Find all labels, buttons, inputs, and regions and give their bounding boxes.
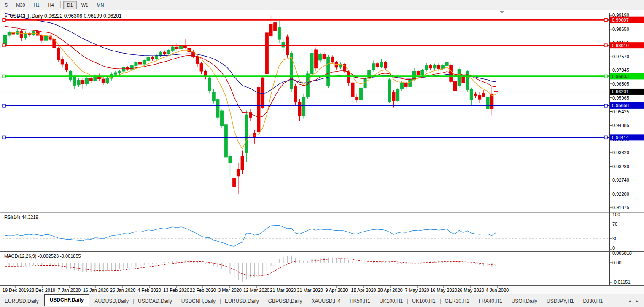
line-drag-handle[interactable]: [604, 19, 607, 22]
timeframe-button-w1[interactable]: W1: [78, 1, 92, 9]
candle-body: [429, 66, 432, 68]
price-tick-label: 0.92200: [612, 191, 629, 197]
candle-body: [163, 52, 166, 54]
tab-scroll-left-icon[interactable]: ◄: [628, 299, 632, 303]
line-drag-handle[interactable]: [604, 75, 607, 78]
candle-body: [433, 65, 436, 68]
chart-tab-usdjpy-h1[interactable]: USDJPY,H1: [542, 296, 578, 307]
chart-tab-eurusd-daily[interactable]: EURUSD,Daily: [220, 296, 264, 307]
candle-body: [139, 62, 142, 64]
tab-scroll-arrows: ◄►: [625, 299, 644, 307]
macd-tick-label: 0.00: [612, 260, 621, 265]
candle-body: [167, 50, 170, 54]
line-drag-handle[interactable]: [3, 75, 5, 78]
candle-body: [45, 36, 48, 40]
candle-body: [89, 78, 92, 81]
candle-body: [159, 52, 162, 55]
candle-body: [265, 33, 268, 74]
candle-body: [351, 83, 354, 97]
chart-tab-hk50-h1[interactable]: HK50,H1: [345, 296, 375, 307]
chart-tab-usoil-daily[interactable]: USOil,Daily: [507, 296, 542, 307]
candle-body: [175, 47, 178, 48]
price-tick-label: 0.93820: [612, 150, 629, 155]
candle-body: [409, 79, 412, 86]
candle-body: [298, 102, 301, 116]
candle-body: [40, 35, 43, 40]
date-tick-label: 7 Jan 2020: [58, 288, 81, 293]
line-drag-handle[interactable]: [604, 136, 607, 139]
chart-tab-usdcad-daily[interactable]: USDCAD,Daily: [133, 296, 177, 307]
line-drag-handle[interactable]: [3, 19, 5, 22]
timeframe-toolbar: 5M30H1H4D1W1MN: [0, 0, 644, 10]
date-tick-label: 13 Feb 2020: [163, 288, 189, 293]
chart-tab-uk100-h1[interactable]: UK100,H1: [407, 296, 440, 307]
price-tick-label: 0.95425: [612, 109, 629, 114]
candle-body: [302, 97, 305, 116]
candle-body: [278, 27, 280, 39]
candle-body: [454, 81, 457, 90]
candle-body: [384, 62, 387, 68]
candle-body: [274, 23, 277, 31]
chart-tab-dj30-h1[interactable]: DJ30,H1: [579, 296, 608, 307]
chart-canvas[interactable]: 0.991900.986500.981100.975700.970450.965…: [0, 10, 644, 294]
line-drag-handle[interactable]: [3, 104, 5, 107]
candle-body: [335, 62, 338, 67]
chart-tab-ger30-h1[interactable]: GER30,H1: [440, 296, 474, 307]
candle-body: [269, 24, 272, 36]
timeframe-button-5[interactable]: 5: [1, 1, 11, 9]
price-tick-label: 0.93280: [612, 164, 629, 169]
timeframe-button-d1[interactable]: D1: [63, 1, 77, 9]
date-tick-label: 21 Mar 2020: [270, 288, 296, 293]
candle-body: [245, 115, 248, 153]
line-drag-handle[interactable]: [3, 136, 5, 139]
candle-body: [388, 80, 391, 102]
chart-tab-eurusd-daily[interactable]: EURUSD,Daily: [0, 296, 43, 307]
price-tick-label: 0.97570: [612, 54, 629, 59]
line-drag-handle[interactable]: [3, 44, 5, 47]
price-badge-label: 0.96803: [612, 74, 629, 79]
candle-body: [73, 77, 76, 85]
candle-body: [147, 57, 150, 61]
chart-tab-usdcnh-daily[interactable]: USDCNH,Daily: [177, 296, 220, 307]
price-badge-label: 0.98010: [612, 43, 629, 48]
candle-body: [392, 92, 395, 101]
candle-body: [233, 178, 236, 187]
candle-body: [470, 89, 473, 100]
candle-body: [69, 71, 72, 79]
candle-body: [380, 62, 383, 67]
price-badge-label: 0.99007: [612, 17, 629, 22]
candle-body: [396, 89, 399, 100]
tab-scroll-right-icon[interactable]: ►: [635, 299, 639, 303]
candle-body: [143, 60, 146, 64]
chart-tab-xauusd-h4[interactable]: XAUUSD,H4: [307, 296, 345, 307]
candle-body: [81, 80, 84, 84]
candle-body: [196, 57, 199, 64]
chart-tab-gbpusd-daily[interactable]: GBPUSD,Daily: [264, 296, 307, 307]
price-tick-label: 0.91675: [612, 205, 629, 210]
timeframe-button-h4[interactable]: H4: [44, 1, 58, 9]
price-badge-label: 0.94414: [612, 135, 629, 140]
timeframe-button-h1[interactable]: H1: [30, 1, 43, 9]
candle-body: [114, 73, 117, 74]
chart-tab-fra40-h1[interactable]: FRA40,H1: [474, 296, 507, 307]
candle-body: [94, 76, 97, 81]
line-drag-handle[interactable]: [604, 104, 607, 107]
candle-body: [327, 57, 330, 86]
chart-tab-usdchf-daily[interactable]: USDCHF,Daily: [44, 294, 89, 306]
date-axis[interactable]: 19 Dec 201928 Dec 20197 Jan 202016 Jan 2…: [0, 286, 644, 294]
chart-tab-uk100-h1[interactable]: UK100,H1: [375, 296, 407, 307]
rsi-tick-label: 100: [612, 212, 620, 217]
chart-tab-audusd-daily[interactable]: AUDUSD,Daily: [90, 296, 133, 307]
candle-body: [261, 78, 264, 108]
candle-body: [86, 78, 89, 84]
candle-body: [425, 66, 428, 70]
trading-terminal-window: 5M30H1H4D1W1MN 0.991900.986500.981100.97…: [0, 0, 644, 307]
candle-body: [122, 67, 125, 71]
candle-body: [458, 69, 461, 86]
date-tick-label: 19 Dec 2019: [3, 288, 29, 293]
timeframe-button-m30[interactable]: M30: [12, 1, 29, 9]
timeframe-button-mn[interactable]: MN: [93, 1, 108, 9]
line-drag-handle[interactable]: [604, 44, 607, 47]
candle-body: [482, 93, 485, 97]
candle-body: [315, 50, 318, 68]
